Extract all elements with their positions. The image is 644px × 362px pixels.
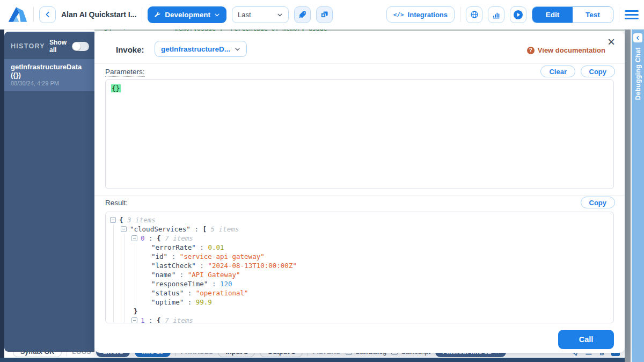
result-tree-row: "responseTime" : 120 <box>110 279 609 288</box>
alan-logo <box>6 6 28 23</box>
clear-parameters-button[interactable]: Clear <box>540 66 575 77</box>
call-button[interactable]: Call <box>558 330 614 349</box>
method-name: getInfrastructureD... <box>161 45 230 53</box>
method-dropdown[interactable]: getInfrastructureD... <box>155 41 247 57</box>
tab-test[interactable]: Test <box>573 7 613 23</box>
editor-gutter-strip <box>0 30 4 358</box>
integrations-button[interactable]: </> Integrations <box>386 6 455 23</box>
alan-studio-app: Alan AI Quickstart I... Development Last <box>0 0 644 362</box>
debugging-chat-panel: Debugging Chat <box>632 30 644 362</box>
edit-test-segmented-control: Edit Test <box>532 6 613 23</box>
environment-dropdown[interactable]: Development <box>148 6 226 23</box>
view-documentation-label: View documentation <box>538 46 605 54</box>
result-tree-row: "lastCheck" : "2024-08-13T10:00:00Z" <box>110 261 609 270</box>
environment-label: Development <box>165 11 210 19</box>
run-button[interactable] <box>510 6 526 23</box>
invoke-modal: Invoke: getInfrastructureD... ? View doc… <box>94 31 625 353</box>
chevron-down-icon <box>235 46 240 52</box>
history-item-label: getInfrastructureData ({}) <box>11 63 88 79</box>
show-all-label: Show all <box>49 39 68 54</box>
question-circle-icon: ? <box>527 47 535 54</box>
play-icon <box>513 10 523 20</box>
collapse-toggle-icon[interactable] <box>131 317 137 323</box>
wrench-icon <box>154 11 161 18</box>
chevron-down-icon <box>277 12 283 18</box>
copy-plus-icon <box>320 11 328 19</box>
collapse-toggle-icon[interactable] <box>110 217 116 223</box>
result-tree: { 3 items"cloudServices" : [ 5 items0 : … <box>110 215 609 323</box>
result-tree-row: "errorRate" : 0.01 <box>110 243 609 252</box>
code-brackets-icon: </> <box>393 11 404 18</box>
view-documentation-link[interactable]: ? View documentation <box>527 46 605 54</box>
collapse-toggle-icon[interactable] <box>131 235 137 241</box>
languages-button[interactable] <box>466 6 482 23</box>
duplicate-button[interactable] <box>316 6 333 23</box>
copy-result-button[interactable]: Copy <box>581 197 616 208</box>
result-label: Result: <box>105 199 128 207</box>
back-button[interactable] <box>39 6 56 23</box>
parameters-editor[interactable]: {} <box>105 79 614 189</box>
divider <box>94 195 625 196</box>
integrations-label: Integrations <box>408 11 448 19</box>
parameters-value: {} <box>111 84 121 92</box>
menu-icon[interactable] <box>625 10 639 19</box>
bar-chart-icon <box>492 11 500 19</box>
tag-plus-icon <box>298 10 307 19</box>
result-tree-row: "uptime" : 99.9 <box>110 298 609 307</box>
bottom-accent-strip <box>0 358 632 362</box>
add-version-tag-button[interactable] <box>294 6 311 23</box>
history-title: HISTORY <box>11 42 45 50</box>
dimmed-editor-strip <box>625 30 632 362</box>
divider <box>94 63 625 64</box>
result-tree-row: 1 : { 7 items <box>110 316 609 323</box>
parameters-label: Parameters: <box>105 68 145 77</box>
history-item[interactable]: getInfrastructureData ({})08/30/24, 4:29… <box>4 59 94 91</box>
debugging-chat-label[interactable]: Debugging Chat <box>634 47 642 100</box>
result-tree-row: "name" : "API Gateway" <box>110 270 609 279</box>
chevron-left-icon <box>635 35 640 40</box>
version-select[interactable]: Last <box>232 6 289 23</box>
divider <box>460 7 460 22</box>
result-tree-row: { 3 items <box>110 215 609 225</box>
invoke-label: Invoke: <box>116 45 144 54</box>
globe-icon <box>470 10 479 19</box>
analytics-button[interactable] <box>488 6 504 23</box>
top-toolbar: Alan AI Quickstart I... Development Last <box>0 0 644 30</box>
tab-edit[interactable]: Edit <box>532 7 573 23</box>
copy-parameters-button[interactable]: Copy <box>581 66 616 77</box>
history-sidebar: HISTORY Show all getInfrastructureData (… <box>4 32 94 352</box>
result-tree-row: "id" : "service-api-gateway" <box>110 252 609 261</box>
project-title: Alan AI Quickstart I... <box>61 10 136 19</box>
chat-collapse-button[interactable] <box>633 33 642 42</box>
show-all-toggle[interactable] <box>72 42 89 51</box>
result-viewer[interactable]: { 3 items"cloudServices" : [ 5 items0 : … <box>105 212 614 323</box>
result-tree-row: } <box>110 307 609 316</box>
close-icon[interactable]: × <box>608 35 615 48</box>
divider <box>142 7 142 22</box>
chevron-left-icon <box>44 11 52 18</box>
result-tree-row: "status" : "operational" <box>110 288 609 298</box>
collapse-toggle-icon[interactable] <box>121 226 127 232</box>
result-tree-row: "cloudServices" : [ 5 items <box>110 225 609 234</box>
result-tree-row: 0 : { 7 items <box>110 234 609 243</box>
version-label: Last <box>238 11 251 19</box>
history-item-time: 08/30/24, 4:29 PM <box>11 80 88 86</box>
history-list: getInfrastructureData ({})08/30/24, 4:29… <box>4 59 94 91</box>
divider <box>33 7 34 22</box>
chevron-down-icon <box>214 12 220 18</box>
divider <box>619 7 619 22</box>
